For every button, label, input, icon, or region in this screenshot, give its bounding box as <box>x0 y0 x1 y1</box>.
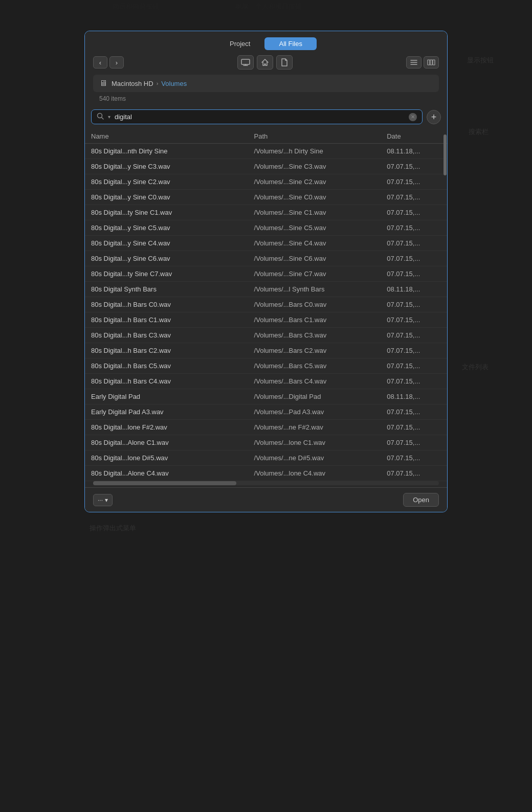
drive-icon: 🖥 <box>99 79 107 88</box>
table-row[interactable]: 80s Digital...y Sine C2.wav /Volumes/...… <box>85 174 447 190</box>
open-button[interactable]: Open <box>403 493 439 507</box>
search-icon <box>97 112 104 121</box>
location-buttons <box>237 55 293 70</box>
table-row[interactable]: 80s Digital...y Sine C3.wav /Volumes/...… <box>85 159 447 174</box>
file-name: 80s Digital...y Sine C5.wav <box>85 220 248 236</box>
file-date: 07.07.15,... <box>381 251 447 266</box>
table-row[interactable]: 80s Digital...lone D#5.wav /Volumes/...n… <box>85 450 447 466</box>
list-view-button[interactable] <box>406 56 422 69</box>
file-path: /Volumes/...Bars C0.wav <box>248 297 381 312</box>
file-path: /Volumes/...Sine C6.wav <box>248 251 381 266</box>
project-file-button[interactable] <box>276 55 293 70</box>
file-date: 07.07.15,... <box>381 420 447 435</box>
computer-button[interactable] <box>237 55 254 70</box>
file-path: /Volumes/...lone C1.wav <box>248 435 381 450</box>
file-name: Early Digital Pad <box>85 389 248 404</box>
folder-name[interactable]: Volumes <box>161 80 187 87</box>
file-name: 80s Digital...lone F#2.wav <box>85 420 248 435</box>
table-row[interactable]: 80s Digital...h Bars C5.wav /Volumes/...… <box>85 358 447 374</box>
add-button[interactable]: + <box>427 110 441 124</box>
table-row[interactable]: 80s Digital...h Bars C3.wav /Volumes/...… <box>85 328 447 343</box>
table-row[interactable]: 80s Digital...y Sine C5.wav /Volumes/...… <box>85 220 447 236</box>
file-date: 07.07.15,... <box>381 328 447 343</box>
file-path: /Volumes/...Bars C2.wav <box>248 343 381 358</box>
column-view-button[interactable] <box>424 56 439 69</box>
view-buttons <box>406 56 439 69</box>
table-row[interactable]: 80s Digital...h Bars C0.wav /Volumes/...… <box>85 297 447 312</box>
footer-left: ··· ▾ <box>93 494 113 506</box>
column-header-path[interactable]: Path <box>248 129 381 144</box>
file-path: /Volumes/...Sine C2.wav <box>248 174 381 190</box>
table-row[interactable]: Early Digital Pad /Volumes/...Digital Pa… <box>85 389 447 404</box>
vertical-scrollbar[interactable] <box>443 129 447 481</box>
breadcrumb: 🖥 Macintosh HD › Volumes <box>93 75 439 92</box>
table-row[interactable]: 80s Digital...h Bars C1.wav /Volumes/...… <box>85 312 447 328</box>
file-path: /Volumes/...Sine C3.wav <box>248 159 381 174</box>
tab-project[interactable]: Project <box>215 37 264 50</box>
toolbar: ‹ › <box>93 55 439 70</box>
table-row[interactable]: 80s Digital...y Sine C4.wav /Volumes/...… <box>85 236 447 251</box>
file-date: 07.07.15,... <box>381 190 447 205</box>
header: Project All Files ‹ › <box>85 31 447 105</box>
table-row[interactable]: 80s Digital...Alone C4.wav /Volumes/...l… <box>85 466 447 481</box>
forward-button[interactable]: › <box>109 56 124 69</box>
file-path: /Volumes/...Bars C3.wav <box>248 328 381 343</box>
file-name: 80s Digital...ty Sine C1.wav <box>85 205 248 220</box>
table-row[interactable]: 80s Digital...h Bars C4.wav /Volumes/...… <box>85 374 447 389</box>
action-dots: ··· <box>98 497 103 504</box>
annotation-action-popup: 操作弹出式菜单 <box>90 524 136 533</box>
svg-rect-2 <box>430 60 432 65</box>
file-name: 80s Digital...h Bars C3.wav <box>85 328 248 343</box>
table-row[interactable]: 80s Digital...y Sine C0.wav /Volumes/...… <box>85 190 447 205</box>
file-path: /Volumes/...Bars C5.wav <box>248 358 381 374</box>
file-path: /Volumes/...Sine C7.wav <box>248 266 381 282</box>
table-header: Name Path Date <box>85 129 447 144</box>
drive-name[interactable]: Macintosh HD <box>112 80 153 87</box>
file-path: /Volumes/...Sine C4.wav <box>248 236 381 251</box>
file-date: 07.07.15,... <box>381 312 447 328</box>
table-row[interactable]: 80s Digital Synth Bars /Volumes/...l Syn… <box>85 282 447 297</box>
annotation-file-list: 文件列表 <box>462 363 489 372</box>
file-name: 80s Digital...nth Dirty Sine <box>85 144 248 159</box>
home-button[interactable] <box>257 55 273 70</box>
column-header-date[interactable]: Date <box>381 129 447 144</box>
table-row[interactable]: 80s Digital...h Bars C2.wav /Volumes/...… <box>85 343 447 358</box>
file-date: 07.07.15,... <box>381 266 447 282</box>
search-clear-button[interactable]: ✕ <box>409 113 417 121</box>
file-date: 07.07.15,... <box>381 466 447 481</box>
file-path: /Volumes/...ne D#5.wav <box>248 450 381 466</box>
table-row[interactable]: 80s Digital...Alone C1.wav /Volumes/...l… <box>85 435 447 450</box>
file-name: 80s Digital...y Sine C3.wav <box>85 159 248 174</box>
table-row[interactable]: 80s Digital...nth Dirty Sine /Volumes/..… <box>85 144 447 159</box>
file-date: 07.07.15,... <box>381 435 447 450</box>
file-name: 80s Digital Synth Bars <box>85 282 248 297</box>
svg-rect-1 <box>428 60 430 65</box>
file-name: 80s Digital...y Sine C2.wav <box>85 174 248 190</box>
breadcrumb-separator: › <box>157 80 159 86</box>
file-name: 80s Digital...y Sine C4.wav <box>85 236 248 251</box>
search-input[interactable] <box>115 113 405 121</box>
table-row[interactable]: 80s Digital...ty Sine C1.wav /Volumes/..… <box>85 205 447 220</box>
annotation-display-button: 显示按钮 <box>467 56 494 65</box>
file-path: /Volumes/...lone C4.wav <box>248 466 381 481</box>
file-table: Name Path Date 80s Digital...nth Dirty S… <box>85 129 447 481</box>
back-button[interactable]: ‹ <box>93 56 107 69</box>
breadcrumb-text: Macintosh HD › Volumes <box>112 80 187 87</box>
table-row[interactable]: Early Digital Pad A3.wav /Volumes/...Pad… <box>85 404 447 420</box>
column-header-name[interactable]: Name <box>85 129 248 144</box>
search-chevron-icon[interactable]: ▾ <box>108 114 110 120</box>
svg-rect-3 <box>433 60 435 65</box>
table-row[interactable]: 80s Digital...ty Sine C7.wav /Volumes/..… <box>85 266 447 282</box>
file-name: 80s Digital...y Sine C6.wav <box>85 251 248 266</box>
file-date: 07.07.15,... <box>381 450 447 466</box>
file-date: 08.11.18,... <box>381 144 447 159</box>
table-row[interactable]: 80s Digital...lone F#2.wav /Volumes/...n… <box>85 420 447 435</box>
horizontal-scrollbar-thumb <box>93 481 236 485</box>
tab-all-files[interactable]: All Files <box>264 37 317 50</box>
horizontal-scrollbar-track[interactable] <box>93 481 439 485</box>
file-name: 80s Digital...h Bars C2.wav <box>85 343 248 358</box>
action-popup-button[interactable]: ··· ▾ <box>93 494 113 506</box>
table-row[interactable]: 80s Digital...y Sine C6.wav /Volumes/...… <box>85 251 447 266</box>
file-path: /Volumes/...ne F#2.wav <box>248 420 381 435</box>
file-date: 07.07.15,... <box>381 343 447 358</box>
